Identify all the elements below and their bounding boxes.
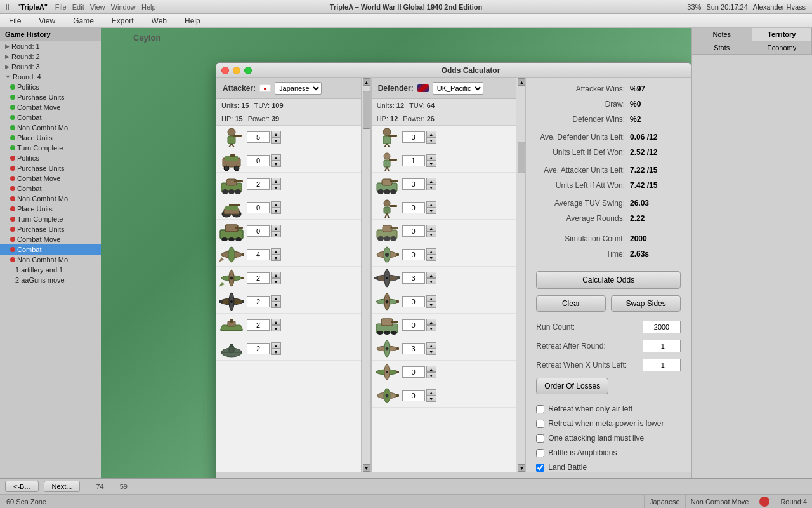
attacker-scrollbar[interactable]: ▲ ▼ <box>361 78 371 472</box>
sidebar-noncombat-2[interactable]: Non Combat Mo <box>0 194 101 204</box>
defender-fighter5-input[interactable] <box>402 390 425 401</box>
attacker-artillery-up[interactable]: ▲ <box>271 201 281 208</box>
attacker-fighter-down[interactable]: ▼ <box>271 255 281 261</box>
dialog-max-btn[interactable] <box>244 67 252 74</box>
attacker-heavy-tank-input[interactable] <box>247 225 270 237</box>
swap-sides-button[interactable]: Swap Sides <box>611 295 681 312</box>
sidebar-noncombat-3[interactable]: Non Combat Mo <box>0 255 101 265</box>
defender-scrollbar[interactable]: ▲ ▼ <box>516 78 526 472</box>
defender-bomber-input[interactable] <box>402 272 425 284</box>
calculate-odds-button[interactable]: Calculate Odds <box>536 271 681 289</box>
defender-fighter3-down[interactable]: ▼ <box>426 349 436 355</box>
sidebar-place-2[interactable]: Place Units <box>0 204 101 214</box>
defender-tank3-input[interactable] <box>402 319 425 331</box>
defender-infantry3-input[interactable] <box>402 202 425 213</box>
defender-fighter4-up[interactable]: ▲ <box>426 366 436 372</box>
defender-fighter-down[interactable]: ▼ <box>426 255 436 261</box>
sidebar-combat-2[interactable]: Combat <box>0 184 101 194</box>
defender-fighter2-input[interactable] <box>402 296 425 307</box>
defender-scrollbar-down[interactable]: ▼ <box>518 464 525 472</box>
one-land-checkbox[interactable] <box>536 434 544 443</box>
defender-infantry3-down[interactable]: ▼ <box>426 208 436 214</box>
sidebar-turncomplete-2[interactable]: Turn Complete <box>0 214 101 224</box>
attacker-heavy-tank-down[interactable]: ▼ <box>271 231 281 237</box>
back-button[interactable]: <-B... <box>5 481 39 492</box>
attacker-fighter2-input[interactable] <box>247 272 270 284</box>
sidebar-combat-move-2[interactable]: Combat Move <box>0 173 101 184</box>
scrollbar-down-arrow[interactable]: ▼ <box>363 464 370 472</box>
sidebar-politics-1[interactable]: Politics <box>0 82 101 92</box>
sidebar-purchase-1[interactable]: Purchase Units <box>0 92 101 102</box>
defender-tank2-input[interactable] <box>402 225 425 237</box>
attacker-destroyer-up[interactable]: ▲ <box>271 319 281 325</box>
tab-stats[interactable]: Stats <box>692 41 752 54</box>
sidebar-combat-1[interactable]: Combat <box>0 112 101 123</box>
sidebar-purchase-2[interactable]: Purchase Units <box>0 163 101 173</box>
attacker-sub-input[interactable] <box>247 343 270 354</box>
attacker-fighter2-down[interactable]: ▼ <box>271 278 281 284</box>
defender-bomber-down[interactable]: ▼ <box>426 278 436 284</box>
defender-fighter5-down[interactable]: ▼ <box>426 396 436 402</box>
defender-infantry-input[interactable] <box>402 131 425 143</box>
defender-infantry2-down[interactable]: ▼ <box>426 161 436 167</box>
scrollbar-up-arrow[interactable]: ▲ <box>363 78 370 86</box>
sidebar-round-2[interactable]: ▶ Round: 2 <box>0 51 101 62</box>
attacker-infantry-down[interactable]: ▼ <box>271 137 281 144</box>
attacker-artillery-down[interactable]: ▼ <box>271 208 281 214</box>
attacker-infantry-input[interactable] <box>247 131 270 143</box>
menu-export[interactable]: Export <box>108 15 138 27</box>
sidebar-purchase-3[interactable]: Purchase Units <box>0 224 101 234</box>
sidebar-place-1[interactable]: Place Units <box>0 133 101 143</box>
retreat-meta-checkbox[interactable] <box>536 420 544 428</box>
defender-infantry2-up[interactable]: ▲ <box>426 154 436 161</box>
defender-nation-select[interactable]: UK_Pacific <box>433 82 483 95</box>
attacker-destroyer-input[interactable] <box>247 319 270 331</box>
sidebar-turncomplete-1[interactable]: Turn Complete <box>0 143 101 153</box>
sidebar-politics-2[interactable]: Politics <box>0 153 101 163</box>
clear-button[interactable]: Clear <box>536 295 606 312</box>
defender-scrollbar-up[interactable]: ▲ <box>518 78 525 86</box>
sidebar-noncombat-1[interactable]: Non Combat Mo <box>0 123 101 133</box>
defender-fighter3-up[interactable]: ▲ <box>426 342 436 349</box>
attacker-mech-input[interactable] <box>247 155 270 166</box>
next-button[interactable]: Next... <box>44 481 81 492</box>
dialog-min-btn[interactable] <box>233 67 240 74</box>
defender-tank3-down[interactable]: ▼ <box>426 325 436 331</box>
amphibious-checkbox[interactable] <box>536 449 544 457</box>
sidebar-round-4[interactable]: ▼ Round: 4 <box>0 72 101 82</box>
defender-infantry-down[interactable]: ▼ <box>426 137 436 144</box>
sidebar-round-1[interactable]: ▶ Round: 1 <box>0 41 101 51</box>
attacker-artillery-input[interactable] <box>247 202 270 213</box>
tab-notes[interactable]: Notes <box>692 28 752 41</box>
attacker-heavy-tank-up[interactable]: ▲ <box>271 225 281 231</box>
defender-fighter4-down[interactable]: ▼ <box>426 372 436 378</box>
close-button[interactable]: Close <box>424 478 483 478</box>
defender-infantry3-up[interactable]: ▲ <box>426 201 436 208</box>
retreat-air-checkbox[interactable] <box>536 405 544 413</box>
menu-web[interactable]: Web <box>148 15 171 27</box>
retreat-after-input[interactable] <box>643 340 681 352</box>
attacker-destroyer-down[interactable]: ▼ <box>271 325 281 331</box>
attacker-fighter2-up[interactable]: ▲ <box>271 272 281 278</box>
attacker-fighter-input[interactable] <box>247 249 270 260</box>
defender-tank-up[interactable]: ▲ <box>426 178 436 184</box>
attacker-mech-up[interactable]: ▲ <box>271 154 281 161</box>
defender-infantry2-input[interactable] <box>402 155 425 166</box>
defender-fighter4-input[interactable] <box>402 366 425 378</box>
defender-tank-input[interactable] <box>402 178 425 190</box>
defender-fighter5-up[interactable]: ▲ <box>426 389 436 396</box>
order-of-losses-button[interactable]: Order Of Losses <box>536 378 608 394</box>
attacker-mech-down[interactable]: ▼ <box>271 161 281 167</box>
dialog-close-btn[interactable] <box>221 67 229 74</box>
defender-tank3-up[interactable]: ▲ <box>426 319 436 325</box>
attacker-sub-down[interactable]: ▼ <box>271 349 281 355</box>
land-battle-checkbox[interactable] <box>536 464 544 472</box>
attacker-infantry-up[interactable]: ▲ <box>271 131 281 137</box>
retreat-x-input[interactable] <box>643 359 681 371</box>
attacker-bomber-input[interactable] <box>247 296 270 307</box>
defender-tank-down[interactable]: ▼ <box>426 184 436 190</box>
menu-file[interactable]: File <box>5 15 25 27</box>
attacker-sub-up[interactable]: ▲ <box>271 342 281 349</box>
tab-economy[interactable]: Economy <box>752 41 813 54</box>
tab-territory[interactable]: Territory <box>752 28 813 41</box>
